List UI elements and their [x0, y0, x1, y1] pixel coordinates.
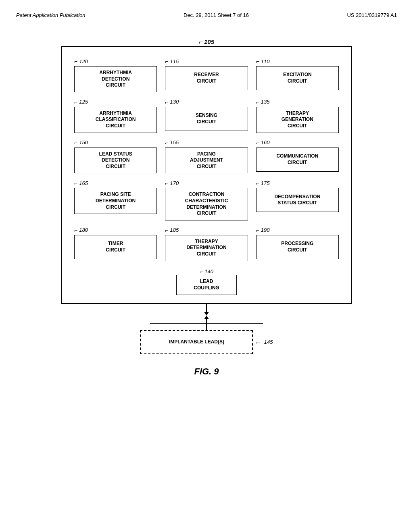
ref-155: 155: [165, 139, 179, 146]
circuit-box-decompensation: DECOMPENSATION STATUS CIRCUIT: [256, 188, 339, 212]
ref-110: 110: [256, 58, 270, 64]
cell-125: 125 ARRHYTHMIA CLASSIFICATION CIRCUIT: [70, 96, 161, 136]
circuit-box-therapy-generation: THERAPY GENERATION CIRCUIT: [256, 107, 339, 133]
circuit-box-sensing: SENSING CIRCUIT: [165, 107, 248, 131]
ref-120: 120: [74, 58, 88, 64]
header-publication: Patent Application Publication: [16, 12, 86, 18]
main-box: 120 ARRHYTHMIA DETECTION CIRCUIT 115 REC…: [61, 46, 352, 304]
circuit-box-contraction: CONTRACTION CHARACTERISTIC DETERMINATION…: [165, 188, 248, 220]
ref-135: 135: [256, 99, 270, 105]
cell-110: 110 EXCITATION CIRCUIT: [252, 55, 343, 96]
ref-140: 140: [200, 268, 213, 275]
arrowhead-down: [204, 312, 209, 316]
ref-125: 125: [74, 99, 88, 105]
circuit-box-therapy-determination: THERAPY DETERMINATION CIRCUIT: [165, 235, 248, 261]
circuit-box-communication: COMMUNICATION CIRCUIT: [256, 148, 339, 172]
cell-150: 150 LEAD STATUS DETECTION CIRCUIT: [70, 136, 161, 177]
cell-155: 155 PACING ADJUSTMENT CIRCUIT: [161, 136, 252, 177]
cell-120: 120 ARRHYTHMIA DETECTION CIRCUIT: [70, 55, 161, 96]
circuit-box-arrhythmia-classification: ARRHYTHMIA CLASSIFICATION CIRCUIT: [74, 107, 157, 133]
ref-175: 175: [256, 180, 270, 186]
ref-180: 180: [74, 227, 88, 233]
ref-145: 145: [264, 339, 273, 345]
cell-190: 190 PROCESSING CIRCUIT: [252, 224, 343, 264]
arrowhead-up: [204, 316, 209, 319]
implant-ref-row: ⌐ 145: [256, 339, 273, 346]
circuit-box-lead-status: LEAD STATUS DETECTION CIRCUIT: [74, 148, 157, 174]
circuit-box-timer: TIMER CIRCUIT: [74, 235, 157, 259]
ref-190: 190: [256, 227, 270, 233]
ref-185: 185: [165, 227, 179, 233]
ref-160: 160: [256, 139, 270, 146]
cell-185: 185 THERAPY DETERMINATION CIRCUIT: [161, 224, 252, 264]
circuit-box-pacing-adjustment: PACING ADJUSTMENT CIRCUIT: [165, 148, 248, 174]
header-patent-number: US 2011/0319779 A1: [347, 12, 397, 18]
implant-dashed-box: IMPLANTABLE LEAD(S): [140, 330, 253, 354]
circuit-box-pacing-site: PACING SITE DETERMINATION CIRCUIT: [74, 188, 157, 214]
header: Patent Application Publication Dec. 29, …: [16, 8, 397, 30]
circuit-box-lead-coupling: LEAD COUPLING: [176, 275, 237, 295]
figure-label: FIG. 9: [194, 366, 219, 377]
implant-section: IMPLANTABLE LEAD(S) ⌐ 145: [140, 316, 273, 354]
circuit-box-receiver: RECEIVER CIRCUIT: [165, 66, 248, 90]
diagram-container: ⌐ 105 120 ARRHYTHMIA DETECTION CIRCUIT 1…: [16, 38, 397, 377]
ref-165: 165: [74, 180, 88, 186]
circuit-box-excitation: EXCITATION CIRCUIT: [256, 66, 339, 90]
ref-130: 130: [165, 99, 179, 105]
cell-170: 170 CONTRACTION CHARACTERISTIC DETERMINA…: [161, 177, 252, 223]
cell-160: 160 COMMUNICATION CIRCUIT: [252, 136, 343, 177]
ref-170: 170: [165, 180, 179, 186]
cell-115: 115 RECEIVER CIRCUIT: [161, 55, 252, 96]
cell-135: 135 THERAPY GENERATION CIRCUIT: [252, 96, 343, 136]
cell-180: 180 TIMER CIRCUIT: [70, 224, 161, 264]
header-date-sheet: Dec. 29, 2011 Sheet 7 of 16: [184, 12, 249, 18]
cell-165: 165 PACING SITE DETERMINATION CIRCUIT: [70, 177, 161, 223]
page: Patent Application Publication Dec. 29, …: [0, 0, 413, 532]
circuit-box-arrhythmia-detection: ARRHYTHMIA DETECTION CIRCUIT: [74, 66, 157, 92]
ref-150: 150: [74, 139, 88, 146]
circuit-grid: 120 ARRHYTHMIA DETECTION CIRCUIT 115 REC…: [70, 55, 343, 264]
cell-175: 175 DECOMPENSATION STATUS CIRCUIT: [252, 177, 343, 223]
circuit-box-processing: PROCESSING CIRCUIT: [256, 235, 339, 259]
cell-130: 130 SENSING CIRCUIT: [161, 96, 252, 136]
arrow-connector: [204, 304, 209, 316]
ref-115: 115: [165, 58, 179, 64]
main-ref-label: ⌐ 105: [199, 38, 214, 45]
